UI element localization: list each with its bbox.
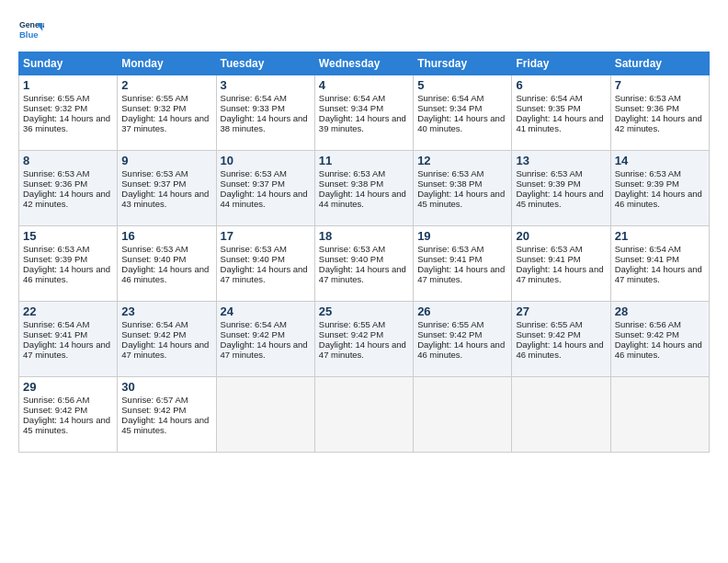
sunset-label: Sunset: 9:42 PM (23, 405, 87, 415)
day-number: 15 (23, 229, 113, 243)
sunset-label: Sunset: 9:34 PM (319, 103, 383, 113)
day-number: 25 (319, 304, 409, 318)
sunrise-label: Sunrise: 6:53 AM (615, 168, 681, 178)
table-row: 3Sunrise: 6:54 AMSunset: 9:33 PMDaylight… (216, 75, 314, 151)
sunset-label: Sunset: 9:41 PM (23, 329, 87, 339)
table-row: 12Sunrise: 6:53 AMSunset: 9:38 PMDayligh… (414, 151, 512, 226)
sunrise-label: Sunrise: 6:53 AM (516, 244, 582, 254)
sunrise-label: Sunrise: 6:53 AM (319, 244, 385, 254)
day-number: 3 (221, 78, 311, 92)
table-row: 14Sunrise: 6:53 AMSunset: 9:39 PMDayligh… (610, 151, 709, 226)
daylight-label: Daylight: 14 hours and 47 minutes. (319, 339, 406, 360)
sunrise-label: Sunrise: 6:55 AM (23, 93, 89, 103)
col-wednesday: Wednesday (314, 52, 413, 75)
day-number: 20 (516, 229, 606, 243)
daylight-label: Daylight: 14 hours and 45 minutes. (23, 415, 110, 435)
table-row: 1Sunrise: 6:55 AMSunset: 9:32 PMDaylight… (19, 75, 118, 151)
table-row: 25Sunrise: 6:55 AMSunset: 9:42 PMDayligh… (314, 302, 413, 377)
day-number: 4 (319, 78, 409, 92)
daylight-label: Daylight: 14 hours and 41 minutes. (516, 113, 603, 133)
page: General Blue Sunday Monday Tuesday Wedne… (0, 0, 728, 563)
daylight-label: Daylight: 14 hours and 36 minutes. (23, 113, 110, 133)
sunrise-label: Sunrise: 6:54 AM (221, 93, 287, 103)
day-number: 18 (319, 229, 409, 243)
sunset-label: Sunset: 9:42 PM (615, 329, 679, 339)
sunset-label: Sunset: 9:39 PM (516, 178, 580, 189)
daylight-label: Daylight: 14 hours and 43 minutes. (121, 189, 209, 209)
sunrise-label: Sunrise: 6:53 AM (121, 168, 188, 178)
table-row: 17Sunrise: 6:53 AMSunset: 9:40 PMDayligh… (216, 226, 314, 302)
table-row: 10Sunrise: 6:53 AMSunset: 9:37 PMDayligh… (216, 151, 314, 226)
table-row (414, 377, 512, 453)
daylight-label: Daylight: 14 hours and 44 minutes. (221, 189, 308, 209)
sunset-label: Sunset: 9:40 PM (221, 254, 285, 264)
daylight-label: Daylight: 14 hours and 40 minutes. (417, 113, 505, 133)
table-row: 20Sunrise: 6:53 AMSunset: 9:41 PMDayligh… (512, 226, 610, 302)
day-number: 7 (615, 78, 705, 92)
sunrise-label: Sunrise: 6:54 AM (319, 93, 385, 103)
daylight-label: Daylight: 14 hours and 46 minutes. (516, 339, 603, 360)
day-number: 10 (221, 154, 311, 167)
day-number: 30 (121, 380, 211, 394)
daylight-label: Daylight: 14 hours and 42 minutes. (615, 113, 702, 133)
table-row (610, 377, 709, 453)
daylight-label: Daylight: 14 hours and 47 minutes. (121, 339, 209, 360)
daylight-label: Daylight: 14 hours and 47 minutes. (23, 339, 110, 360)
sunrise-label: Sunrise: 6:53 AM (23, 244, 89, 254)
day-number: 21 (615, 229, 705, 243)
sunrise-label: Sunrise: 6:53 AM (417, 168, 483, 178)
day-number: 5 (417, 78, 507, 92)
day-number: 22 (23, 304, 113, 318)
sunrise-label: Sunrise: 6:53 AM (319, 168, 385, 178)
daylight-label: Daylight: 14 hours and 47 minutes. (516, 264, 603, 284)
sunset-label: Sunset: 9:42 PM (221, 329, 285, 339)
sunrise-label: Sunrise: 6:56 AM (615, 319, 681, 329)
table-row: 27Sunrise: 6:55 AMSunset: 9:42 PMDayligh… (512, 302, 610, 377)
sunrise-label: Sunrise: 6:55 AM (516, 319, 582, 329)
col-sunday: Sunday (19, 52, 118, 75)
sunset-label: Sunset: 9:38 PM (319, 178, 383, 189)
daylight-label: Daylight: 14 hours and 47 minutes. (221, 264, 308, 284)
table-row: 21Sunrise: 6:54 AMSunset: 9:41 PMDayligh… (610, 226, 709, 302)
sunset-label: Sunset: 9:39 PM (615, 178, 679, 189)
table-row: 15Sunrise: 6:53 AMSunset: 9:39 PMDayligh… (19, 226, 118, 302)
header: General Blue (18, 17, 710, 42)
table-row: 26Sunrise: 6:55 AMSunset: 9:42 PMDayligh… (414, 302, 512, 377)
table-row: 5Sunrise: 6:54 AMSunset: 9:34 PMDaylight… (414, 75, 512, 151)
table-row: 22Sunrise: 6:54 AMSunset: 9:41 PMDayligh… (19, 302, 118, 377)
table-row: 28Sunrise: 6:56 AMSunset: 9:42 PMDayligh… (610, 302, 709, 377)
daylight-label: Daylight: 14 hours and 46 minutes. (23, 264, 110, 284)
daylight-label: Daylight: 14 hours and 47 minutes. (221, 339, 308, 360)
sunset-label: Sunset: 9:32 PM (121, 103, 186, 113)
table-row: 23Sunrise: 6:54 AMSunset: 9:42 PMDayligh… (118, 302, 216, 377)
sunset-label: Sunset: 9:42 PM (417, 329, 482, 339)
daylight-label: Daylight: 14 hours and 46 minutes. (121, 264, 209, 284)
daylight-label: Daylight: 14 hours and 45 minutes. (121, 415, 209, 435)
logo-icon: General Blue (18, 17, 44, 42)
col-tuesday: Tuesday (216, 52, 314, 75)
table-row: 18Sunrise: 6:53 AMSunset: 9:40 PMDayligh… (314, 226, 413, 302)
daylight-label: Daylight: 14 hours and 45 minutes. (417, 189, 505, 209)
sunrise-label: Sunrise: 6:56 AM (23, 395, 89, 405)
sunrise-label: Sunrise: 6:53 AM (615, 93, 681, 103)
day-number: 26 (417, 304, 507, 318)
table-row: 8Sunrise: 6:53 AMSunset: 9:36 PMDaylight… (19, 151, 118, 226)
col-friday: Friday (512, 52, 610, 75)
day-number: 8 (23, 154, 113, 167)
daylight-label: Daylight: 14 hours and 45 minutes. (516, 189, 603, 209)
sunrise-label: Sunrise: 6:55 AM (121, 93, 188, 103)
table-row: 29Sunrise: 6:56 AMSunset: 9:42 PMDayligh… (19, 377, 118, 453)
sunset-label: Sunset: 9:35 PM (516, 103, 580, 113)
sunrise-label: Sunrise: 6:57 AM (121, 395, 188, 405)
daylight-label: Daylight: 14 hours and 37 minutes. (121, 113, 209, 133)
sunset-label: Sunset: 9:40 PM (319, 254, 383, 264)
table-row (216, 377, 314, 453)
sunrise-label: Sunrise: 6:55 AM (319, 319, 385, 329)
daylight-label: Daylight: 14 hours and 42 minutes. (23, 189, 110, 209)
day-number: 27 (516, 304, 606, 318)
col-monday: Monday (118, 52, 216, 75)
table-row: 9Sunrise: 6:53 AMSunset: 9:37 PMDaylight… (118, 151, 216, 226)
daylight-label: Daylight: 14 hours and 44 minutes. (319, 189, 406, 209)
daylight-label: Daylight: 14 hours and 46 minutes. (615, 339, 702, 360)
sunset-label: Sunset: 9:34 PM (417, 103, 482, 113)
